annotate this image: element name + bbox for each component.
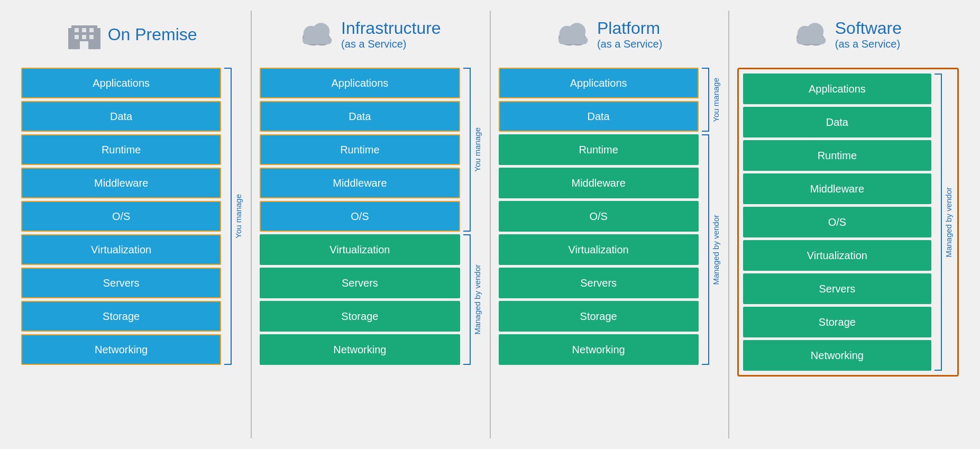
on-premise-header: On Premise: [67, 11, 197, 58]
tile-data-platform: Data: [499, 101, 699, 132]
infrastructure-subtitle: (as a Service): [341, 38, 441, 50]
tile-virtualization: Virtualization: [21, 234, 221, 265]
platform-brackets: You manage Managed by vendor: [702, 68, 720, 365]
tile-runtime-software: Runtime: [743, 140, 931, 171]
tile-networking-platform: Networking: [499, 334, 699, 365]
tile-virtualization-platform: Virtualization: [499, 234, 699, 265]
tile-virtualization-software: Virtualization: [743, 240, 931, 271]
svg-rect-9: [80, 41, 88, 49]
you-manage-bracket-platform: You manage: [702, 68, 720, 132]
building-icon: [67, 17, 102, 52]
infrastructure-title: Infrastructure: [341, 19, 441, 38]
column-on-premise: On Premise Applications Data Runtime Mid…: [16, 11, 248, 365]
managed-vendor-bracket-platform: Managed by vendor: [702, 134, 720, 365]
cloud-icon-infra: [300, 17, 335, 52]
tile-servers-platform: Servers: [499, 268, 699, 298]
column-infrastructure: Infrastructure (as a Service) Applicatio…: [254, 11, 487, 365]
tile-networking-software: Networking: [743, 340, 931, 371]
svg-rect-19: [558, 36, 588, 44]
tile-storage-software: Storage: [743, 307, 931, 337]
software-subtitle: (as a Service): [835, 38, 902, 50]
you-manage-label-platform: You manage: [709, 68, 720, 132]
bracket-managed-vendor-line-s: [935, 74, 942, 371]
on-premise-title-block: On Premise: [108, 25, 197, 44]
svg-rect-8: [89, 35, 94, 39]
managed-vendor-label-infra: Managed by vendor: [471, 234, 482, 365]
managed-vendor-label-platform: Managed by vendor: [709, 134, 720, 365]
tile-runtime-infra: Runtime: [260, 134, 460, 165]
tile-os-software: O/S: [743, 207, 931, 237]
divider-2: [490, 11, 491, 438]
on-premise-stack: Applications Data Runtime Middleware O/S…: [21, 68, 221, 365]
tile-servers: Servers: [21, 268, 221, 298]
bracket-managed-vendor-line-p: [702, 134, 709, 365]
tile-data-software: Data: [743, 107, 931, 138]
tile-networking: Networking: [21, 334, 221, 365]
you-manage-text-infra: You manage: [473, 127, 482, 172]
you-manage-bracket-infra: You manage: [463, 68, 482, 232]
tile-storage-infra: Storage: [260, 301, 460, 332]
svg-rect-7: [82, 35, 86, 39]
svg-rect-3: [75, 28, 79, 32]
tile-storage: Storage: [21, 301, 221, 332]
tile-middleware-platform: Middleware: [499, 168, 699, 198]
you-manage-text-op: You manage: [234, 194, 243, 239]
bracket-you-manage-line: [463, 68, 471, 232]
you-manage-text-platform: You manage: [711, 78, 720, 122]
tile-applications-software: Applications: [743, 74, 931, 104]
platform-stack: Applications Data Runtime Middleware O/S…: [499, 68, 699, 365]
svg-rect-1: [68, 28, 74, 49]
divider-3: [728, 11, 729, 438]
tile-storage-platform: Storage: [499, 301, 699, 332]
infra-stack: Applications Data Runtime Middleware O/S…: [260, 68, 460, 365]
tile-middleware-software: Middleware: [743, 173, 931, 204]
managed-vendor-bracket-software: Managed by vendor: [935, 74, 953, 371]
on-premise-bracket-container: Applications Data Runtime Middleware O/S…: [21, 68, 243, 365]
platform-title: Platform: [597, 19, 662, 38]
software-bracket-container: Applications Data Runtime Middleware O/S…: [743, 74, 953, 371]
infra-brackets: You manage Managed by vendor: [463, 68, 482, 365]
platform-header: Platform (as a Service): [556, 11, 662, 58]
tile-os-platform: O/S: [499, 201, 699, 232]
platform-title-block: Platform (as a Service): [597, 19, 662, 50]
software-highlight-box: Applications Data Runtime Middleware O/S…: [737, 68, 959, 377]
tile-servers-infra: Servers: [260, 268, 460, 298]
cloud-icon-platform: [556, 17, 591, 52]
column-software: Software (as a Service) Applications Dat…: [732, 11, 964, 377]
software-stack: Applications Data Runtime Middleware O/S…: [743, 74, 931, 371]
bracket-you-manage-line-p: [702, 68, 709, 132]
tile-runtime-platform: Runtime: [499, 134, 699, 165]
tile-middleware-infra: Middleware: [260, 168, 460, 198]
tile-virtualization-infra: Virtualization: [260, 234, 460, 265]
main-container: On Premise Applications Data Runtime Mid…: [0, 0, 980, 449]
svg-rect-24: [796, 36, 826, 44]
infrastructure-title-block: Infrastructure (as a Service): [341, 19, 441, 50]
platform-subtitle: (as a Service): [597, 38, 662, 50]
svg-rect-6: [75, 35, 79, 39]
infrastructure-header: Infrastructure (as a Service): [300, 11, 441, 58]
you-manage-label-op: You manage: [232, 68, 243, 365]
column-platform: Platform (as a Service) Applications Dat…: [493, 11, 726, 365]
platform-bracket-container: Applications Data Runtime Middleware O/S…: [499, 68, 720, 365]
bracket-managed-vendor-line: [463, 234, 471, 365]
svg-rect-2: [95, 28, 100, 49]
tile-applications-infra: Applications: [260, 68, 460, 98]
tile-applications: Applications: [21, 68, 221, 98]
software-title: Software: [835, 19, 902, 38]
software-title-block: Software (as a Service): [835, 19, 902, 50]
tile-data: Data: [21, 101, 221, 132]
cloud-icon-software: [794, 17, 829, 52]
managed-vendor-text-platform: Managed by vendor: [711, 215, 720, 285]
tile-servers-software: Servers: [743, 273, 931, 304]
managed-vendor-bracket-infra: Managed by vendor: [463, 234, 482, 365]
svg-rect-14: [303, 36, 332, 44]
svg-rect-5: [89, 28, 94, 32]
you-manage-label-infra: You manage: [471, 68, 482, 232]
tile-data-infra: Data: [260, 101, 460, 132]
tile-os-infra: O/S: [260, 201, 460, 232]
you-manage-bracket-op: You manage: [224, 68, 243, 365]
tile-middleware: Middleware: [21, 168, 221, 198]
on-premise-title: On Premise: [108, 25, 197, 44]
infra-bracket-container: Applications Data Runtime Middleware O/S…: [260, 68, 481, 365]
tile-runtime: Runtime: [21, 134, 221, 165]
